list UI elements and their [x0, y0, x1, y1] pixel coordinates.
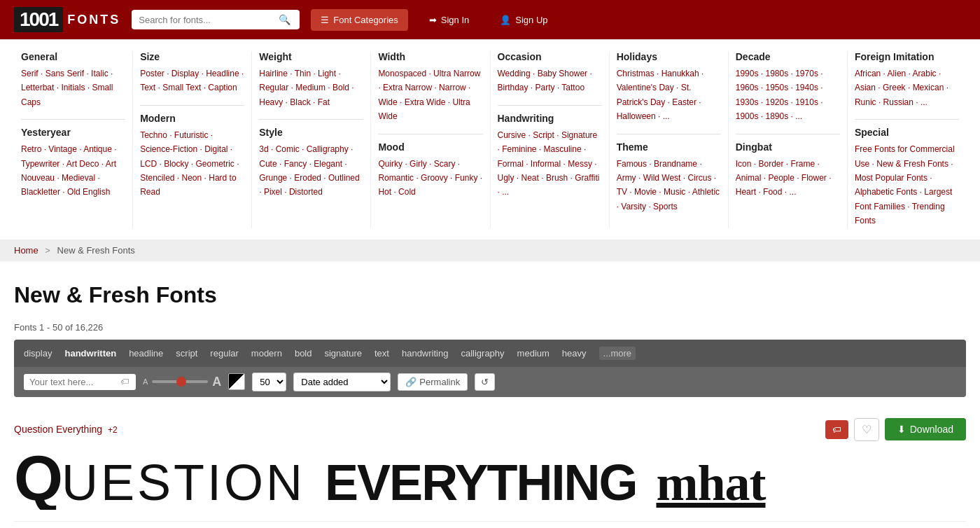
- nav-col-links-width: Monospaced · Ultra Narrow · Extra Narrow…: [378, 67, 482, 124]
- search-input[interactable]: [139, 15, 279, 25]
- nav-col-title-general: General: [21, 51, 125, 62]
- preview-letter-q: Q: [14, 447, 62, 510]
- preview-text-input[interactable]: [29, 377, 120, 387]
- font-categories-button[interactable]: ☰ Font Categories: [311, 9, 408, 31]
- nav-col-title2-modern: Modern: [140, 113, 244, 124]
- nav-col-title2-handwriting: Handwriting: [498, 113, 602, 124]
- nav-col-title2-dingbat: Dingbat: [736, 141, 840, 153]
- logo-text: FONTS: [67, 13, 120, 27]
- text-input-wrap[interactable]: 🏷: [24, 374, 136, 390]
- size-slider-thumb[interactable]: [176, 377, 186, 387]
- header: 1001 FONTS 🔍 ☰ Font Categories ➡ Sign In…: [0, 0, 980, 39]
- filter-tag-handwriting[interactable]: handwriting: [402, 348, 449, 359]
- nav-col-title-decade: Decade: [736, 51, 840, 62]
- filter-tag-script[interactable]: script: [176, 348, 197, 359]
- fonts-count: Fonts 1 - 50 of 16,226: [14, 322, 966, 333]
- nav-col-links-special: Free Fonts for Commercial Use · New & Fr…: [855, 142, 959, 228]
- page-title: New & Fresh Fonts: [14, 282, 966, 308]
- nav-col-links-modern: Techno · Futuristic · Science-Fiction · …: [140, 128, 244, 200]
- preview-word-everything: EVERYTHING: [325, 454, 636, 510]
- reset-button[interactable]: ↺: [475, 373, 495, 391]
- filter-tag-modern[interactable]: modern: [251, 348, 282, 359]
- font-size-select[interactable]: 50 30 40 60 80: [252, 373, 286, 391]
- nav-col-links-holidays: Christmas · Hanukkah · Valentine's Day ·…: [617, 67, 721, 124]
- sign-up-button[interactable]: 👤 Sign Up: [490, 9, 557, 31]
- font-actions: 🏷 ♡ ⬇ Download: [825, 418, 966, 441]
- font-tag-button[interactable]: 🏷: [825, 420, 848, 439]
- preview-word-mhat: mHat: [656, 455, 765, 510]
- size-slider: A A: [143, 375, 221, 389]
- font-download-button[interactable]: ⬇ Download: [885, 418, 966, 440]
- filter-tag-signature[interactable]: signature: [324, 348, 361, 359]
- tag-icon: 🏷: [120, 377, 129, 387]
- font-heart-button[interactable]: ♡: [854, 418, 879, 441]
- filter-tag-more[interactable]: ...more: [599, 347, 636, 360]
- user-icon: 👤: [500, 15, 511, 25]
- nav-col-title-occasion: Occasion: [498, 51, 602, 62]
- font-entry-header: Question Everything +2 🏷 ♡ ⬇ Download: [14, 418, 966, 441]
- sign-in-button[interactable]: ➡ Sign In: [419, 9, 479, 31]
- nav-col-links-yesteryear: Retro · Vintage · Antique · Typewriter ·…: [21, 142, 125, 200]
- nav-col-title2-yesteryear: Yesteryear: [21, 127, 125, 138]
- nav-col-links-decade: 1990s · 1980s · 1970s · 1960s · 1950s · …: [736, 67, 840, 124]
- filter-tag-bold[interactable]: bold: [295, 348, 312, 359]
- nav-col-title2-style: Style: [259, 127, 363, 138]
- nav-col-weight: Weight Hairline · Thin · Light · Regular…: [252, 51, 371, 228]
- nav-col-general: General Serif · Sans Serif · Italic · Le…: [14, 51, 133, 228]
- breadcrumb-current: New & Fresh Fonts: [57, 245, 135, 256]
- nav-col-holidays: Holidays Christmas · Hanukkah · Valentin…: [610, 51, 729, 228]
- nav-col-links-dingbat: Icon · Border · Frame · Animal · People …: [736, 157, 840, 200]
- size-large-label: A: [212, 375, 221, 389]
- size-small-label: A: [143, 377, 148, 386]
- nav-col-links-size: Poster · Display · Headline · Text · Sma…: [140, 67, 244, 95]
- nav-col-links-general: Serif · Sans Serif · Italic · Letterbat …: [21, 67, 125, 109]
- nav-col-title-weight: Weight: [259, 51, 363, 62]
- nav-col-title-holidays: Holidays: [617, 51, 721, 62]
- filter-tag-text[interactable]: text: [374, 348, 389, 359]
- link-icon: 🔗: [405, 377, 416, 387]
- filter-tag-regular[interactable]: regular: [210, 348, 238, 359]
- nav-col-occasion: Occasion Wedding · Baby Shower · Birthda…: [491, 51, 610, 228]
- nav-col-title2-mood: Mood: [378, 141, 482, 153]
- font-title-link[interactable]: Question Everything: [14, 424, 102, 435]
- breadcrumb-separator: >: [45, 245, 50, 256]
- sign-in-icon: ➡: [429, 15, 437, 25]
- filter-tag-handwritten[interactable]: handwritten: [64, 348, 116, 359]
- filter-bar: display handwritten headline script regu…: [14, 340, 966, 367]
- nav-col-links-style: 3d · Comic · Calligraphy · Cute · Fancy …: [259, 142, 363, 200]
- nav-col-title-width: Width: [378, 51, 482, 62]
- permalink-button[interactable]: 🔗 Permalink: [398, 373, 468, 391]
- nav-col-links-foreign: African · Alien · Arabic · Asian · Greek…: [855, 67, 959, 109]
- preview-word-uestion: UESTION: [62, 454, 305, 510]
- search-bar[interactable]: 🔍: [132, 10, 300, 29]
- download-icon: ⬇: [897, 424, 906, 435]
- size-slider-track[interactable]: [152, 380, 208, 383]
- breadcrumb: Home > New & Fresh Fonts: [0, 239, 980, 261]
- font-badge: +2: [108, 425, 118, 435]
- filter-tag-display[interactable]: display: [24, 348, 52, 359]
- font-entry: Question Everything +2 🏷 ♡ ⬇ Download QU…: [14, 411, 966, 522]
- nav-col-links-theme: Famous · Brandname · Army · Wild West · …: [617, 157, 721, 214]
- font-entry-title: Question Everything +2: [14, 424, 118, 435]
- logo: 1001 FONTS: [14, 7, 120, 32]
- filter-tag-calligraphy[interactable]: calligraphy: [461, 348, 504, 359]
- hamburger-icon: ☰: [321, 15, 329, 25]
- nav-col-links-weight: Hairline · Thin · Light · Regular · Medi…: [259, 67, 363, 109]
- nav-col-decade: Decade 1990s · 1980s · 1970s · 1960s · 1…: [729, 51, 848, 228]
- breadcrumb-home[interactable]: Home: [14, 245, 38, 256]
- filter-tag-medium[interactable]: medium: [517, 348, 550, 359]
- main-content: New & Fresh Fonts Fonts 1 - 50 of 16,226…: [0, 261, 980, 528]
- nav-dropdown: General Serif · Sans Serif · Italic · Le…: [0, 39, 980, 239]
- search-button[interactable]: 🔍: [279, 14, 290, 25]
- color-swatch[interactable]: [228, 373, 245, 390]
- sort-select[interactable]: Date added Most Downloaded Alphabetical …: [293, 373, 391, 391]
- filter-tag-headline[interactable]: headline: [129, 348, 163, 359]
- logo-number: 1001: [14, 7, 63, 32]
- nav-col-links-handwriting: Cursive · Script · Signature · Feminine …: [498, 128, 602, 200]
- font-preview: QUESTION EVERYTHING mHat: [14, 447, 966, 510]
- nav-col-title2-theme: Theme: [617, 141, 721, 153]
- filter-tag-heavy[interactable]: heavy: [562, 348, 587, 359]
- nav-col-size: Size Poster · Display · Headline · Text …: [133, 51, 252, 228]
- nav-col-title-size: Size: [140, 51, 244, 62]
- nav-col-title-foreign: Foreign Imitation: [855, 51, 959, 62]
